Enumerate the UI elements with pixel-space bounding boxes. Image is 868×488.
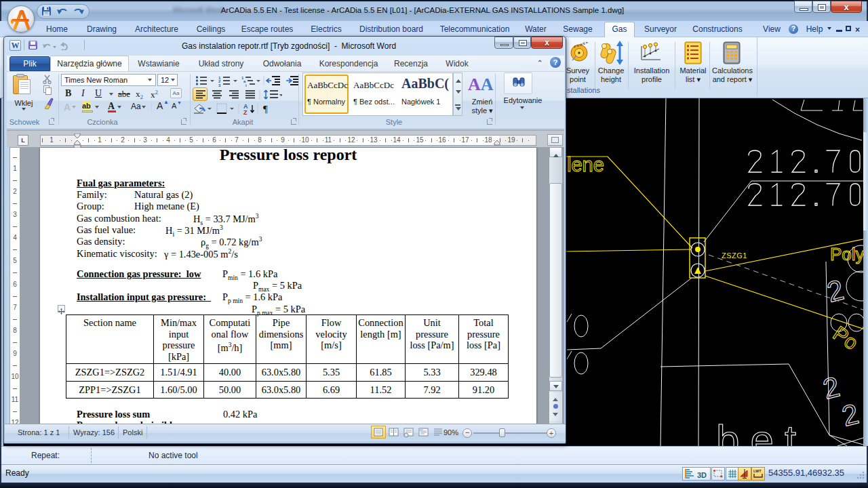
svg-text:lene: lene <box>567 154 604 176</box>
svg-text:Poly: Poly <box>830 244 863 264</box>
svg-text:Z: Z <box>243 109 248 115</box>
svg-text:¶: ¶ <box>263 104 268 115</box>
svg-text:3D: 3D <box>697 471 707 479</box>
svg-text:2: 2 <box>820 370 843 405</box>
svg-text:bet: bet <box>716 416 807 446</box>
svg-text:ZSZG1: ZSZG1 <box>722 251 747 260</box>
svg-text:LWT: LWT <box>753 469 762 473</box>
svg-text:3: 3 <box>218 83 221 87</box>
svg-text:i: i <box>245 83 247 87</box>
svg-text:2: 2 <box>839 397 862 432</box>
